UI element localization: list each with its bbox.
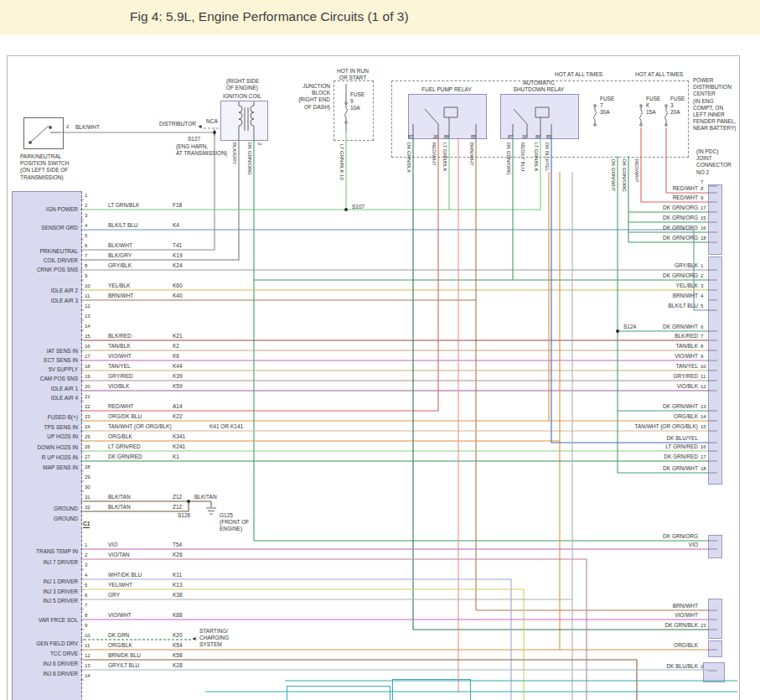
wire-color-label: VIO/WHT [589,353,698,360]
wire-color-label: DK GRN/ORG [589,215,698,221]
wire-color-label: YEL/BLK [108,283,130,289]
circuit-code: K28 [173,662,183,669]
pin-number: 6 [85,593,87,599]
wire-color-label: BRN/WHT [589,603,698,609]
pin-number: 3 [85,563,87,568]
wire-color-label: DK GRN [108,632,129,639]
wire-color-label: DK GRN/ORG [589,205,698,211]
pin-number: 14 [85,324,90,329]
pcm-function-label: INJ 6 DRIVER [8,661,78,667]
fuel-pump-relay-box [408,94,487,139]
bottom-component-box [287,686,390,700]
right-connector-strip [708,640,722,657]
pin-number: 8 [701,186,703,192]
pcm-function-label: R UP HO2S IN [8,454,78,461]
pcm-function-label: GROUND [8,506,78,512]
pin-number: 19 [85,374,90,380]
splice-s126-label: S126 [178,512,190,519]
pin-number: 17 [701,454,706,460]
wire-color-label-vertical: RED/LT BLU [520,143,525,171]
pin-number: 16 [701,444,706,450]
circuit-code: Z12 [173,504,182,511]
figure-title: Fig 4: 5.9L, Engine Performance Circuits… [130,9,409,24]
wire-color-label: BLK/LT BLU [108,222,138,229]
wire-color-label-vertical: DK GRN/ORG [246,143,252,175]
relay-terminal-number: 85 [471,134,476,139]
pin-number: 7 [701,334,703,340]
wire-color-label: TAN/WHT (OR ORG/BLK) [589,423,698,430]
wire-color-label: VIO/TAN [108,552,130,558]
pin-number: 22 [85,404,90,410]
pin-number: 17 [701,205,706,211]
pin-number: 23 [85,414,90,420]
wire-color-label-vertical: RED/WHT [633,159,639,183]
ignition-coil-label: IGNITION COIL [223,93,261,100]
wire-color-label: ORG/BLK [589,642,698,649]
circuit-code: K341 [173,433,185,440]
pin-number: 14 [85,673,90,679]
circuit-code: Z12 [173,494,182,500]
pin-number: 2 [701,273,703,279]
wire-color-label: DK GRN/WHT [589,403,698,410]
wire-color-label: DK GRN/RED [108,454,142,460]
pcm-function-label: INJ 8 DRIVER [8,671,78,677]
joint-connector-text: (IN PDC)JOINTCONNECTORNO 2 [696,148,732,176]
circuit-code: K60 [173,283,183,289]
wire-color-label: GRY/RED [108,373,133,380]
pin-number: 3 [701,283,703,289]
ignition-coil-location: (RIGHT SIDEOF ENGINE) [226,78,259,91]
distributor-label: DISTRIBUTOR [159,121,196,127]
wire-color-label: YEL/BLK [589,283,698,289]
pin-number: 12 [85,303,90,309]
circuit-code: K21 [173,333,183,340]
wire-color-label: DK GRN/ORG [589,225,698,231]
relay-terminal-number: 85 [546,134,551,139]
circuit-code: K44 [173,363,183,370]
wire-color-label: BRN/WHT [589,293,698,299]
wire-color-label: GRY/LT BLU [108,662,139,669]
pin-number: 7 [85,253,87,259]
pin-number: 1 [701,263,703,269]
wire-color-label-vertical: DK BLU/YEL [544,143,550,172]
wire-color-label: DK GRN/BLK [589,622,698,629]
circuit-code: K241 [173,443,185,450]
circuit-code: T54 [173,542,182,548]
circuit-code: F18 [173,202,182,209]
circuit-code: K4 [173,222,179,229]
nca-arrow-icon: ◄ [197,123,203,130]
wire-color-label: VIO [589,542,698,548]
pin-number: 11 [85,643,90,649]
wire-color-label: BLK/TAN [108,504,131,511]
fuse-3-label: FUSE320A [670,96,685,117]
pcm-function-label: INJ 1 DRIVER [8,578,78,585]
pcm-function-label: 5V SUPPLY [8,366,78,373]
wire-color-label: VIO/WHT [108,353,132,360]
wire-color-label: LT GRN/RED [108,443,141,450]
circuit-code: K58 [173,652,183,659]
pin-number: 21 [85,394,90,400]
wire-color-label: BRN/DK BLU [108,652,141,659]
pin-number: 10 [701,364,706,370]
circuit-code: K1 [173,454,179,460]
circuit-code: K26 [173,552,183,558]
wire-color-label: VIO/WHT [108,612,132,619]
pin-number: 15 [701,215,706,221]
pin-number: 8 [85,263,87,269]
wire-color-label: DK GRN/RED [589,454,698,460]
junction-block-label: JUNCTIONBLOCK(RIGHT ENDOF DASH) [292,83,330,111]
pin-number: 15 [701,424,706,430]
wire-color-label: RED/WHT [589,194,698,201]
pin-number: 14 [701,414,706,420]
wire-color-label-vertical: 2 [256,143,262,145]
wire-color-label: DK GRN/ORG [589,272,698,279]
wire-color-label-vertical: DK GRN/BLK [406,143,411,173]
pin-number: 11 [85,293,90,299]
wire-color-label: BLK/WHT [75,124,100,131]
pin-number: 3 [85,213,87,219]
pcm-function-label: IDLE AIR 2 [8,288,78,294]
pin-number: 8 [701,344,703,350]
relay-terminal-number: 87 [508,134,513,139]
pin-number: 9 [701,195,703,201]
wire-color-label-vertical: DK GRN/ORG [505,143,511,175]
circuit-code: K38 [173,592,183,599]
